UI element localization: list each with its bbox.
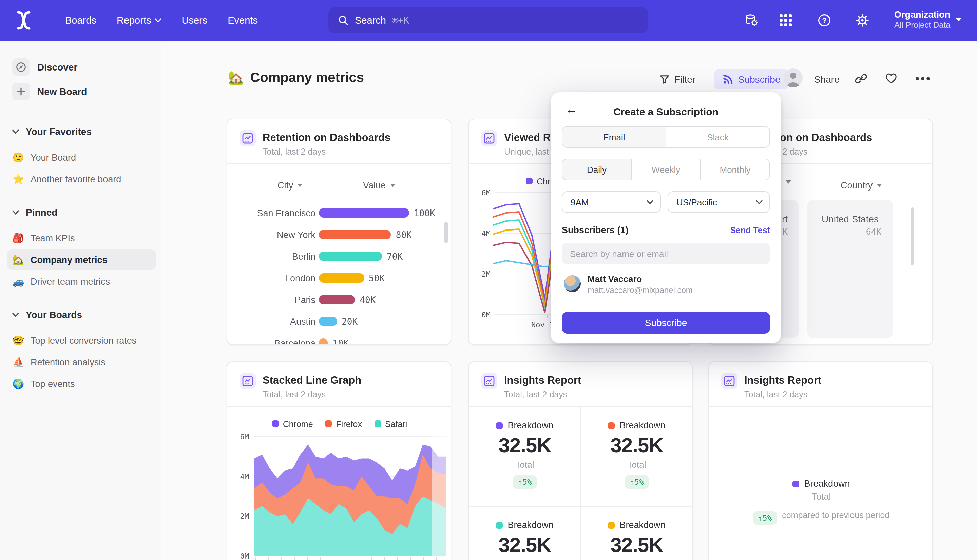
sidebar-item-team-kpis[interactable]: 🎒Team KPIs bbox=[7, 228, 156, 248]
org-switcher[interactable]: Organization All Project Data bbox=[894, 9, 950, 30]
bar-city-label: New York bbox=[238, 230, 316, 240]
kpi-value: 32.5K bbox=[498, 434, 551, 457]
card-scrollbar[interactable] bbox=[444, 222, 448, 243]
search-input[interactable]: Search ⌘+K bbox=[328, 7, 648, 33]
board-emoji: 🙂 bbox=[12, 152, 24, 163]
sidebar-item-retention-analysis[interactable]: ⛵Retention analysis bbox=[7, 352, 156, 372]
column-header-hidden[interactable] bbox=[786, 180, 791, 184]
kpi-delta-row: ↑5% compared to previous period bbox=[753, 506, 890, 525]
sidebar-item-discover[interactable]: Discover bbox=[7, 56, 155, 78]
kpi-total: Total bbox=[812, 492, 831, 502]
favorite-heart-icon[interactable] bbox=[885, 72, 898, 84]
sidebar-item-company-metrics[interactable]: 🏡Company metrics bbox=[7, 250, 156, 270]
modal-subscribe-button[interactable]: Subscribe bbox=[562, 312, 770, 333]
sidebar-item-driver-team-metrics[interactable]: 🚙Driver team metrics bbox=[7, 271, 156, 292]
section-header-pinned[interactable]: Pinned bbox=[12, 207, 57, 218]
kpi-value: 32.5K bbox=[498, 533, 551, 557]
card-retention-bars: Retention on Dashboards Total, last 2 da… bbox=[227, 118, 451, 345]
board-emoji: 🏡 bbox=[228, 70, 244, 85]
data-tile-united-states[interactable]: United States 64K bbox=[807, 200, 893, 338]
nav-menu: BoardsReportsUsersEvents bbox=[65, 0, 278, 41]
series-dot-icon bbox=[496, 422, 503, 429]
subscriber-name: Matt Vaccaro bbox=[588, 274, 642, 284]
nav-item-boards[interactable]: Boards bbox=[65, 15, 96, 26]
data-management-icon[interactable] bbox=[744, 13, 759, 28]
compass-icon bbox=[12, 58, 30, 76]
column-header-value[interactable]: Value bbox=[363, 180, 395, 190]
time-select[interactable]: 9AM bbox=[562, 191, 661, 213]
subscribe-button[interactable]: Subscribe bbox=[714, 69, 789, 90]
table-row: Paris40K bbox=[238, 289, 442, 310]
subscriber-search-input[interactable] bbox=[562, 243, 770, 264]
filter-button[interactable]: Filter bbox=[660, 69, 695, 90]
sort-chevron-icon bbox=[297, 184, 303, 187]
sidebar-item-top-level-conversion-rates[interactable]: 🤓Top level conversion rates bbox=[7, 330, 156, 350]
delta-badge: ↑5% bbox=[753, 511, 777, 525]
sidebar-item-new-board[interactable]: New Board bbox=[7, 81, 155, 102]
divider bbox=[709, 406, 933, 407]
board-emoji: 🎒 bbox=[12, 233, 24, 243]
delta-badge: ↑5% bbox=[513, 475, 537, 489]
kpi-label-row: Breakdown bbox=[496, 420, 553, 430]
timezone-select[interactable]: US/Pacific bbox=[668, 191, 770, 213]
bar[interactable] bbox=[319, 338, 328, 345]
bar[interactable] bbox=[319, 295, 355, 304]
series-dot-icon bbox=[608, 422, 615, 429]
sidebar-item-your-board[interactable]: 🙂Your Board bbox=[7, 147, 156, 167]
nav-item-reports[interactable]: Reports bbox=[117, 15, 162, 26]
tab-email[interactable]: Email bbox=[563, 127, 666, 147]
card-stacked-line-graph: Stacked Line Graph Total, last 2 days Ch… bbox=[227, 362, 451, 560]
table-row: Barcelona10K bbox=[238, 332, 442, 345]
org-chevron-down-icon bbox=[955, 18, 962, 22]
bar[interactable] bbox=[319, 208, 409, 218]
sidebar-item-another-favorite-board[interactable]: ⭐Another favorite board bbox=[7, 169, 156, 189]
org-name: Organization bbox=[894, 9, 950, 20]
apps-grid-icon[interactable] bbox=[778, 13, 793, 28]
bar-city-label: San Francisco bbox=[238, 208, 316, 218]
share-button[interactable]: Share bbox=[814, 69, 840, 90]
nav-item-users[interactable]: Users bbox=[182, 15, 207, 26]
x-tick: Nov 1 bbox=[531, 321, 554, 330]
divider bbox=[469, 406, 693, 407]
more-options-icon[interactable] bbox=[915, 76, 931, 82]
report-chart-icon bbox=[239, 130, 256, 147]
report-chart-icon bbox=[481, 373, 497, 389]
bar[interactable] bbox=[319, 230, 391, 239]
card-title: Insights Report bbox=[744, 374, 821, 387]
tab-monthly[interactable]: Monthly bbox=[701, 159, 769, 180]
card-subtitle: Total, last 2 days bbox=[262, 147, 326, 157]
tab-daily[interactable]: Daily bbox=[563, 159, 632, 180]
card-subtitle: Total, last 2 days bbox=[744, 390, 807, 399]
y-tick: 6M bbox=[473, 188, 491, 197]
card-scrollbar[interactable] bbox=[910, 207, 914, 265]
copy-link-icon[interactable] bbox=[855, 73, 867, 85]
kpi-total: Total bbox=[628, 460, 646, 470]
section-header-your-favorites[interactable]: Your Favorites bbox=[12, 126, 92, 137]
subscriber-email: matt.vaccaro@mixpanel.com bbox=[588, 285, 693, 295]
bar[interactable] bbox=[319, 252, 382, 261]
column-header-city[interactable]: City bbox=[277, 180, 303, 190]
column-header-country[interactable]: Country bbox=[841, 180, 882, 190]
user-avatar[interactable] bbox=[783, 68, 803, 87]
mixpanel-logo-icon[interactable] bbox=[15, 10, 33, 31]
bar[interactable] bbox=[319, 317, 337, 326]
board-label: Another favorite board bbox=[30, 174, 121, 184]
sidebar-item-top-events[interactable]: 🌍Top events bbox=[7, 373, 156, 394]
board-label: Top level conversion rates bbox=[30, 335, 136, 345]
send-test-link[interactable]: Send Test bbox=[730, 226, 770, 235]
search-icon bbox=[338, 15, 349, 26]
tile-value: 64K bbox=[866, 227, 881, 237]
tab-slack[interactable]: Slack bbox=[666, 127, 769, 147]
tab-weekly[interactable]: Weekly bbox=[632, 159, 701, 180]
modal-title: Create a Subscription bbox=[551, 106, 781, 117]
search-shortcut: ⌘+K bbox=[392, 15, 409, 26]
nav-item-events[interactable]: Events bbox=[228, 15, 258, 26]
bar[interactable] bbox=[319, 273, 364, 283]
board-label: Company metrics bbox=[30, 255, 107, 265]
board-label: Your Board bbox=[30, 152, 76, 162]
help-icon[interactable]: ? bbox=[817, 13, 832, 28]
settings-gear-icon[interactable] bbox=[855, 13, 870, 28]
top-nav: BoardsReportsUsersEvents Search ⌘+K ? bbox=[0, 0, 977, 41]
series-dot-icon bbox=[792, 480, 799, 487]
section-header-your-boards[interactable]: Your Boards bbox=[12, 309, 82, 320]
